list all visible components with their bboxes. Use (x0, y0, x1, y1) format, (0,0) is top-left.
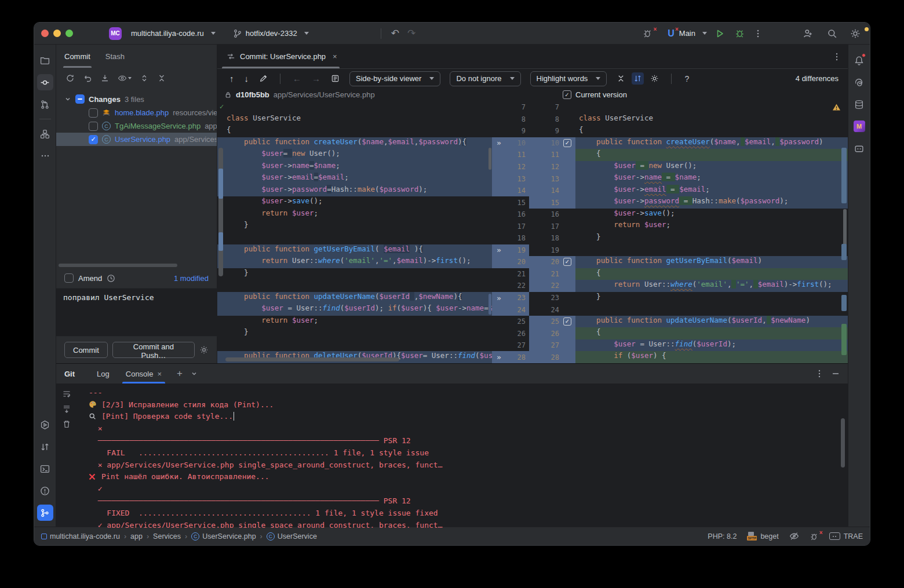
back-button[interactable]: ← (289, 74, 305, 83)
commit-update-button[interactable] (37, 439, 53, 455)
include-change-checkbox[interactable]: ✓ (563, 139, 571, 147)
undo-button[interactable]: ↶ (387, 27, 403, 39)
sftp-deployment-widget[interactable]: SFTP beget (747, 532, 778, 540)
tab-commit[interactable]: Commit (64, 45, 90, 68)
soft-wrap-icon[interactable] (62, 389, 71, 399)
commit-button[interactable]: Commit (64, 342, 108, 358)
chevron-down-icon[interactable] (64, 96, 71, 103)
redo-button[interactable]: ↷ (403, 27, 420, 39)
php-version-widget[interactable]: PHP: 8.2 (708, 532, 737, 540)
forward-button[interactable]: → (308, 74, 325, 83)
history-clock-icon[interactable] (107, 274, 115, 283)
terminal-toolwindow-button[interactable] (37, 461, 53, 477)
unfold-chevron-icon[interactable]: » (497, 353, 506, 361)
file-checkbox[interactable] (89, 122, 98, 131)
project-selector[interactable]: multichat.iliya-code.ru (126, 27, 220, 40)
ai-assistant-icon[interactable] (851, 74, 867, 90)
collapse-unchanged-icon[interactable] (613, 74, 629, 83)
git-toolwindow-button[interactable] (37, 505, 53, 521)
close-tab-icon[interactable]: × (333, 52, 337, 61)
changed-file-row[interactable]: ✓CUserService.phpapp/Services (56, 133, 217, 146)
tab-console[interactable]: Console× (119, 364, 169, 384)
previous-difference-button[interactable]: ↑ (225, 74, 238, 83)
edit-source-icon[interactable] (255, 74, 272, 83)
tab-commit-userservice[interactable]: Commit: UserService.php × (217, 45, 344, 68)
tab-options-menu[interactable] (833, 52, 841, 61)
commit-and-push-button[interactable]: Commit and Push… (112, 342, 195, 358)
run-button[interactable] (708, 29, 731, 38)
file-checkbox[interactable] (89, 108, 98, 118)
stop-debug-icon[interactable]: × (643, 28, 653, 38)
maximize-window-button[interactable] (65, 30, 73, 37)
settings-button[interactable] (844, 28, 870, 39)
commit-options-gear-icon[interactable] (199, 345, 209, 355)
changes-tree[interactable]: Changes 3 files home.blade.phpresources/… (56, 89, 217, 268)
include-change-checkbox[interactable]: ✓ (563, 258, 571, 266)
code-with-me-button[interactable] (796, 28, 820, 39)
close-window-button[interactable] (41, 30, 49, 37)
database-toolwindow-button[interactable] (851, 96, 867, 112)
chevron-down-icon[interactable] (191, 370, 198, 377)
more-actions-menu[interactable] (748, 29, 768, 38)
console-output[interactable]: ---[2/3] Исправление стиля кода (Pint)..… (77, 384, 848, 528)
expand-all-icon[interactable] (140, 74, 149, 83)
changes-root-row[interactable]: Changes 3 files (56, 92, 217, 106)
left-scrollbar[interactable] (489, 148, 491, 170)
amend-checkbox[interactable] (64, 273, 74, 283)
reader-mode-icon[interactable] (789, 531, 799, 541)
changed-file-row[interactable]: home.blade.phpresources/vie (56, 106, 217, 119)
file-checkbox[interactable]: ✓ (89, 135, 98, 144)
sync-scrolling-icon[interactable] (632, 72, 644, 85)
include-change-checkbox[interactable]: ✓ (563, 317, 571, 326)
tab-log[interactable]: Log (90, 364, 116, 384)
branch-selector[interactable]: hotfix/dev-2332 (228, 27, 314, 41)
horizontal-scrollbar[interactable] (59, 264, 177, 267)
unfold-chevron-icon[interactable]: » (497, 246, 506, 254)
diff-left-pane[interactable]: class UserService{ public function creat… (217, 101, 492, 363)
structure-toolwindow-button[interactable] (37, 126, 53, 142)
unfold-chevron-icon[interactable]: » (497, 294, 506, 302)
trae-toolwindow-button[interactable] (851, 140, 867, 156)
breadcrumb-item[interactable]: Services (153, 532, 181, 540)
tab-stash[interactable]: Stash (105, 45, 125, 68)
breadcrumb-item[interactable]: CUserService (267, 532, 317, 540)
modified-files-link[interactable]: 1 modified (174, 274, 209, 283)
diff-right-pane[interactable]: class UserService{ public function creat… (575, 101, 848, 363)
viewer-settings-icon[interactable] (327, 74, 344, 83)
preview-diff-icon[interactable] (118, 74, 132, 83)
console-scrollbar[interactable] (841, 418, 845, 468)
current-version-checkbox[interactable]: ✓ (563, 90, 571, 99)
help-button[interactable]: ? (680, 74, 694, 83)
rollback-icon[interactable] (83, 74, 92, 83)
services-toolwindow-button[interactable] (37, 417, 53, 433)
changes-checkbox[interactable] (75, 94, 85, 104)
clear-console-icon[interactable] (62, 419, 71, 429)
diff-map[interactable] (218, 148, 223, 276)
run-config-selector[interactable]: Main (678, 27, 708, 40)
changed-file-row[interactable]: CTgAiMessageService.phpapp/ (56, 119, 217, 133)
notifications-bell-icon[interactable] (851, 52, 867, 68)
breadcrumb-item[interactable]: app (130, 532, 143, 540)
breadcrumb-item[interactable]: CUserService.php (191, 532, 256, 540)
project-toolwindow-button[interactable] (37, 52, 53, 68)
toolwindow-options-menu[interactable] (815, 369, 823, 378)
more-toolwindows-button[interactable] (37, 148, 53, 164)
breadcrumb-item[interactable]: multichat.iliya-code.ru (41, 532, 120, 540)
multichat-plugin-icon[interactable]: M (851, 118, 867, 134)
new-tab-button[interactable]: + (171, 368, 188, 379)
commit-message-input[interactable]: поправил UserService (56, 288, 217, 337)
diff-settings-gear-icon[interactable] (646, 74, 663, 83)
warning-icon[interactable] (832, 103, 841, 111)
debugger-muted-icon[interactable]: × (810, 532, 819, 541)
next-difference-button[interactable]: ↓ (240, 74, 253, 83)
scroll-to-end-icon[interactable] (62, 404, 71, 414)
unfold-chevron-icon[interactable]: » (497, 138, 506, 147)
search-everywhere-button[interactable] (820, 28, 844, 39)
commit-toolwindow-button[interactable] (37, 74, 53, 90)
whitespace-dropdown[interactable]: Do not ignore (450, 71, 520, 86)
pull-requests-toolwindow-button[interactable] (37, 96, 53, 112)
highlight-mode-dropdown[interactable]: Highlight words (530, 71, 607, 86)
hide-toolwindow-button[interactable] (832, 370, 840, 378)
collapse-all-icon[interactable] (157, 74, 166, 83)
refresh-icon[interactable] (65, 74, 75, 83)
